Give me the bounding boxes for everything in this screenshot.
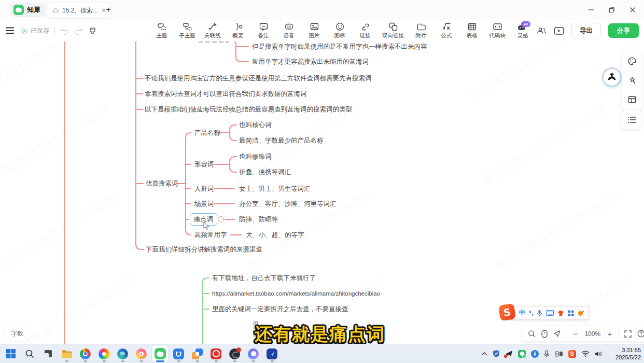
tool-table[interactable]: 表格	[461, 20, 482, 39]
tool-topic[interactable]: 主题	[151, 20, 172, 39]
camera-app-icon[interactable]	[518, 350, 526, 358]
map-node[interactable]: 折叠、便携等词汇	[239, 168, 291, 177]
ai-assistant-button[interactable]	[602, 67, 622, 87]
map-node[interactable]: 最简洁、字数最少的产品名称	[239, 136, 324, 145]
document-tab[interactable]: 15.2、搜索... ✕	[47, 3, 111, 18]
bluetooth-icon[interactable]	[531, 350, 539, 358]
word-count[interactable]: 字数	[4, 327, 30, 341]
map-node[interactable]: 但是搜索单字时如果使用的是不常用字也一样搜索不出来内容	[252, 43, 427, 51]
emoji-icon[interactable]	[578, 310, 584, 316]
toolbox-icon[interactable]	[568, 310, 574, 316]
plane-app-icon[interactable]	[264, 345, 280, 362]
export-button[interactable]: 导出	[571, 23, 601, 38]
mindmap-canvas[interactable]: 老范电商社群PDSFANSIR老范电商社群PDSFANSIR老范电商社群PDSF…	[0, 41, 644, 344]
map-node[interactable]: 产品名称	[194, 129, 220, 137]
tray-chevron-up-icon[interactable]	[481, 352, 487, 356]
dark-app-icon[interactable]	[227, 345, 243, 362]
map-node[interactable]: 防摔、防晒等	[239, 215, 278, 224]
map-node[interactable]: 大、小、超、的等字	[246, 231, 304, 240]
collaborators-icon[interactable]	[536, 26, 547, 35]
drag-mode-icon[interactable]	[541, 330, 548, 338]
telegram-icon[interactable]	[505, 350, 513, 357]
zoom-out-button[interactable]: −	[573, 330, 578, 338]
zoom-level[interactable]: 100%	[583, 330, 602, 338]
search-icon[interactable]	[528, 330, 536, 338]
map-node[interactable]: 女士、男士、男生等词汇	[239, 185, 311, 193]
map-node[interactable]: 人群词	[194, 185, 214, 193]
tool-sticker[interactable]: 图标	[329, 20, 350, 39]
sogou-tray-icon[interactable]: S	[568, 350, 576, 358]
volume-icon[interactable]	[595, 351, 603, 357]
file-explorer-icon[interactable]	[59, 345, 75, 362]
tutorial-video-icon[interactable]	[554, 26, 564, 35]
wifi-icon[interactable]	[581, 351, 590, 357]
map-node[interactable]: 常用单字才更容易搜索出来能用的蓝海词	[252, 58, 369, 66]
map-node[interactable]: 以下是根据咱们做蓝海玩法经验总结的最容易查到蓝海词的搜索词的类型	[145, 105, 352, 114]
map-node[interactable]: 里面的关键词一定要拆开之后去查，不要直接查	[212, 305, 348, 314]
new-tab-button[interactable]: +	[103, 4, 114, 16]
mic-icon[interactable]	[537, 310, 542, 317]
help-icon[interactable]	[637, 330, 644, 338]
map-node[interactable]: 形容词	[194, 160, 214, 169]
map-node[interactable]: 高频常用字	[194, 231, 227, 240]
security-shield-icon[interactable]	[493, 350, 500, 358]
restore-button[interactable]	[605, 4, 619, 16]
collapse-handle[interactable]	[218, 216, 224, 222]
layout-icon[interactable]	[627, 95, 637, 104]
taskbar-search-button[interactable]	[21, 345, 37, 362]
ime-keyboard-icon[interactable]	[555, 351, 563, 357]
zoom-in-button[interactable]: +	[608, 330, 612, 338]
keyboard-icon[interactable]	[546, 310, 554, 316]
close-button[interactable]	[625, 4, 640, 16]
tool-bidirectional-link[interactable]: 双向链接	[380, 20, 406, 39]
undo-icon[interactable]	[60, 27, 69, 35]
tool-note[interactable]: 备注	[253, 20, 274, 39]
map-node[interactable]: 办公室、客厅、沙滩、河里等词汇	[239, 200, 337, 208]
fullscreen-icon[interactable]	[624, 330, 632, 338]
pink-browser-icon[interactable]	[133, 345, 149, 362]
tool-relation-line[interactable]: 关联线	[202, 20, 223, 39]
skin-icon[interactable]	[557, 310, 564, 316]
tool-subtopic[interactable]: 子主题	[177, 20, 198, 39]
tool-code-block[interactable]: 代码块	[487, 20, 508, 39]
swirl-browser-icon[interactable]	[96, 345, 112, 362]
map-node[interactable]: 也叫核心词	[239, 121, 272, 130]
share-button[interactable]: 分享	[608, 23, 639, 38]
tool-attachment[interactable]: 附件	[411, 20, 431, 39]
map-node[interactable]: 也叫修饰词	[239, 152, 272, 161]
outline-list-icon[interactable]	[627, 116, 637, 123]
windows-start-button[interactable]	[3, 345, 19, 362]
task-view-button[interactable]	[40, 345, 56, 362]
tool-summary[interactable]: 概要	[228, 20, 248, 39]
app-logo[interactable]: 知犀	[10, 3, 46, 17]
tray-mic-icon[interactable]	[544, 350, 550, 358]
overlap-squares-icon[interactable]	[189, 345, 205, 362]
redo-icon[interactable]	[74, 27, 83, 35]
red-o-app-icon[interactable]	[208, 345, 224, 362]
map-node[interactable]: 场景词	[194, 200, 214, 208]
tool-formula[interactable]: 公式	[436, 20, 457, 39]
punctuation-icon[interactable]: °,	[529, 310, 533, 317]
tool-voice[interactable]: 语音	[278, 20, 299, 39]
map-node[interactable]: 下面我们详细拆分讲解搜索词的来源渠道	[146, 245, 262, 254]
hamburger-menu-icon[interactable]	[5, 27, 15, 34]
map-node[interactable]: 拿着搜索词去查词才可以查出符合我们要求数据的蓝海词	[145, 90, 307, 99]
tool-image[interactable]: 图片	[304, 20, 325, 39]
edge-icon[interactable]	[115, 345, 131, 362]
format-painter-icon[interactable]	[88, 26, 97, 35]
map-node[interactable]: 有下载地址，自己去下载下来就行了	[212, 274, 316, 283]
ime-mode-chinese[interactable]: 中	[519, 309, 525, 317]
map-node[interactable]: 不论我们是使用淘宝官方的生意参谋还是使用第三方软件查词都需要先有搜索词	[145, 74, 372, 83]
zhixi-taskbar-icon[interactable]	[152, 345, 168, 362]
sogou-logo-icon[interactable]: S	[498, 303, 516, 321]
taskbar-clock[interactable]: 3:31:55 2025/5/22	[615, 346, 641, 361]
tool-inspiration[interactable]: AI 灵感	[512, 20, 533, 39]
minimize-button[interactable]	[584, 4, 598, 16]
map-node-url[interactable]: https://alimarket.taobao.com/markets/ali…	[212, 290, 380, 297]
magic-wand-icon[interactable]	[627, 76, 637, 85]
tool-link[interactable]: 链接	[355, 20, 375, 39]
palette-icon[interactable]	[627, 57, 637, 66]
utools-icon[interactable]	[171, 345, 187, 362]
purple-app-icon[interactable]	[245, 345, 261, 362]
locate-icon[interactable]	[553, 330, 561, 338]
